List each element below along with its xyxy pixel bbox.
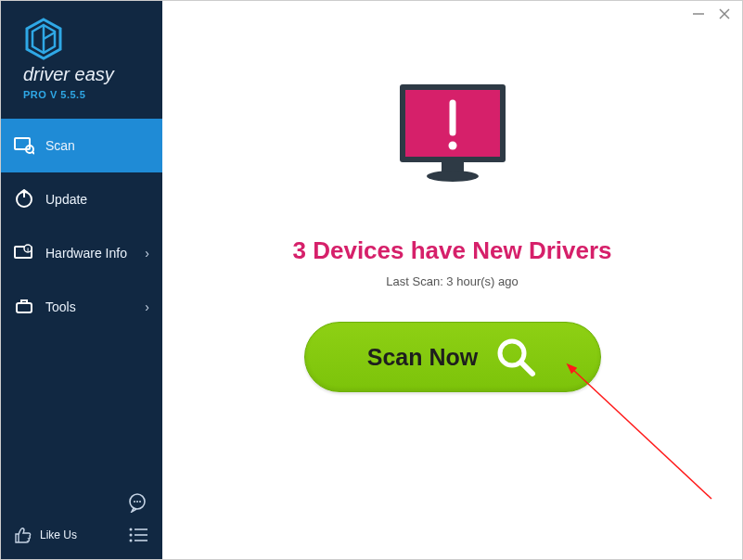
- content-area: 3 Devices have New Drivers Last Scan: 3 …: [162, 27, 742, 392]
- sidebar-item-label: Scan: [45, 138, 75, 153]
- headline-text: 3 Devices have New Drivers: [293, 236, 612, 265]
- monitor-alert-graphic: [383, 71, 522, 214]
- svg-point-18: [130, 534, 133, 537]
- thumbs-up-icon: [14, 526, 32, 544]
- sidebar-item-label: Tools: [45, 299, 76, 314]
- sidebar-item-hardware-info[interactable]: i Hardware Info ›: [1, 226, 162, 280]
- hexagon-logo-icon: [23, 18, 64, 60]
- minimize-button[interactable]: [688, 4, 709, 24]
- scan-now-button[interactable]: Scan Now: [304, 322, 601, 392]
- svg-rect-11: [17, 303, 32, 312]
- sidebar-item-scan[interactable]: Scan: [1, 119, 162, 172]
- svg-point-28: [427, 171, 479, 182]
- svg-point-13: [134, 501, 135, 503]
- chevron-right-icon: ›: [145, 299, 149, 314]
- hardware-info-icon: i: [14, 243, 34, 263]
- brand-block: driver easy PRO V 5.5.5: [1, 1, 162, 111]
- magnifier-icon: [494, 336, 537, 378]
- svg-line-3: [44, 32, 55, 39]
- sidebar-nav: Scan Update i Hardware Info › Tools: [1, 119, 162, 481]
- sidebar-item-label: Hardware Info: [45, 246, 127, 261]
- svg-point-20: [130, 540, 133, 542]
- svg-point-15: [139, 501, 141, 503]
- last-scan-text: Last Scan: 3 hour(s) ago: [386, 274, 518, 288]
- titlebar: [162, 1, 742, 27]
- svg-line-32: [521, 363, 532, 374]
- close-button[interactable]: [714, 4, 735, 24]
- main-panel: 3 Devices have New Drivers Last Scan: 3 …: [162, 1, 742, 559]
- chevron-right-icon: ›: [145, 246, 149, 261]
- sidebar-footer: Like Us: [1, 481, 162, 559]
- sidebar: driver easy PRO V 5.5.5 Scan Update i: [1, 1, 162, 559]
- svg-point-30: [448, 142, 456, 150]
- close-icon: [718, 7, 731, 20]
- sidebar-item-update[interactable]: Update: [1, 172, 162, 226]
- sidebar-item-label: Update: [45, 192, 87, 207]
- like-us-button[interactable]: Like Us: [14, 526, 77, 544]
- list-menu-icon: [128, 527, 148, 543]
- minimize-icon: [692, 7, 705, 20]
- sidebar-item-tools[interactable]: Tools ›: [1, 280, 162, 334]
- menu-button[interactable]: [127, 524, 149, 546]
- feedback-button[interactable]: [125, 490, 149, 515]
- brand-logo: [23, 18, 162, 60]
- svg-line-6: [32, 152, 34, 154]
- update-icon: [14, 189, 34, 210]
- scan-now-label: Scan Now: [367, 344, 478, 371]
- svg-point-16: [130, 528, 133, 531]
- brand-name: driver easy: [23, 64, 162, 85]
- chat-bubble-icon: [127, 492, 147, 513]
- tools-icon: [14, 297, 34, 317]
- brand-version: PRO V 5.5.5: [23, 89, 162, 100]
- scan-icon: [14, 135, 34, 156]
- svg-point-14: [136, 501, 138, 503]
- like-us-label: Like Us: [40, 528, 77, 541]
